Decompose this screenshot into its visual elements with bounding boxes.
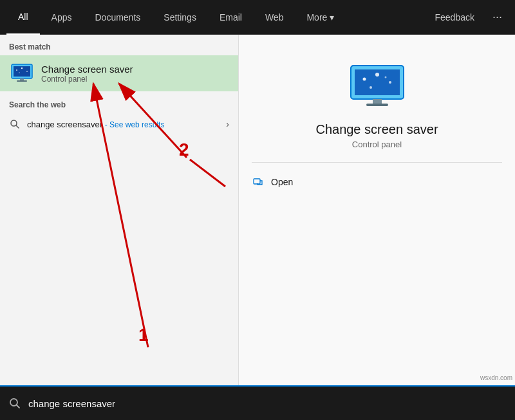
open-action[interactable]: Open: [252, 172, 502, 192]
svg-rect-17: [373, 99, 382, 104]
detail-screensaver-icon: [345, 60, 409, 112]
best-match-title: Change screen saver: [41, 64, 133, 75]
nav-item-documents[interactable]: Documents: [83, 0, 152, 35]
nav-item-web[interactable]: Web: [254, 0, 295, 35]
search-bar-icon: [9, 397, 21, 409]
open-icon: [252, 176, 265, 188]
top-nav: All Apps Documents Settings Email Web Mo…: [0, 0, 515, 35]
main-content: Best match Change screen saver: [0, 35, 515, 385]
nav-item-apps[interactable]: Apps: [40, 0, 84, 35]
svg-rect-19: [254, 179, 260, 184]
dots-icon: ···: [492, 10, 502, 24]
feedback-label: Feedback: [435, 12, 474, 23]
detail-title: Change screen saver: [315, 122, 438, 137]
best-match-text: Change screen saver Control panel: [41, 64, 133, 84]
search-input[interactable]: [28, 398, 506, 409]
nav-label-documents: Documents: [95, 12, 140, 23]
nav-label-email: Email: [220, 12, 242, 23]
nav-label-all: All: [18, 12, 28, 22]
svg-line-21: [17, 405, 20, 408]
search-web-label: Search the web: [0, 91, 238, 113]
search-icon: [9, 118, 21, 130]
svg-point-3: [21, 68, 23, 69]
svg-point-13: [375, 73, 379, 77]
web-search-query: change screensaver - See web results: [27, 120, 222, 129]
right-panel: Change screen saver Control panel Open: [238, 35, 515, 385]
search-bar: [0, 385, 515, 420]
more-options-button[interactable]: ···: [486, 0, 509, 35]
svg-point-15: [370, 86, 372, 89]
screensaver-icon: [9, 60, 35, 86]
svg-point-16: [384, 77, 386, 78]
best-match-subtitle: Control panel: [41, 75, 133, 84]
web-query-text: change screensaver: [27, 120, 102, 129]
left-panel: Best match Change screen saver: [0, 35, 238, 385]
nav-item-all[interactable]: All: [6, 0, 40, 35]
nav-label-web: Web: [265, 12, 284, 23]
svg-point-2: [16, 69, 17, 71]
nav-label-settings: Settings: [164, 12, 196, 23]
watermark: wsxdn.com: [480, 374, 512, 381]
see-web-results: - See web results: [105, 120, 165, 129]
svg-point-12: [362, 78, 366, 81]
svg-point-4: [26, 71, 28, 72]
detail-subtitle: Control panel: [352, 140, 402, 149]
nav-label-apps: Apps: [52, 12, 72, 23]
chevron-right-icon: ›: [226, 119, 229, 129]
svg-line-9: [16, 125, 19, 128]
nav-item-settings[interactable]: Settings: [152, 0, 208, 35]
best-match-item[interactable]: Change screen saver Control panel: [0, 55, 238, 91]
svg-point-14: [389, 81, 391, 84]
best-match-label: Best match: [0, 35, 238, 55]
nav-item-email[interactable]: Email: [208, 0, 254, 35]
nav-label-more: More ▾: [306, 12, 334, 23]
nav-item-more[interactable]: More ▾: [295, 0, 346, 35]
web-search-item[interactable]: change screensaver - See web results ›: [0, 113, 238, 135]
svg-rect-7: [17, 80, 27, 82]
divider: [252, 162, 502, 163]
svg-rect-18: [366, 104, 388, 106]
svg-point-5: [19, 72, 20, 73]
feedback-button[interactable]: Feedback: [424, 0, 486, 35]
open-label: Open: [271, 177, 293, 187]
